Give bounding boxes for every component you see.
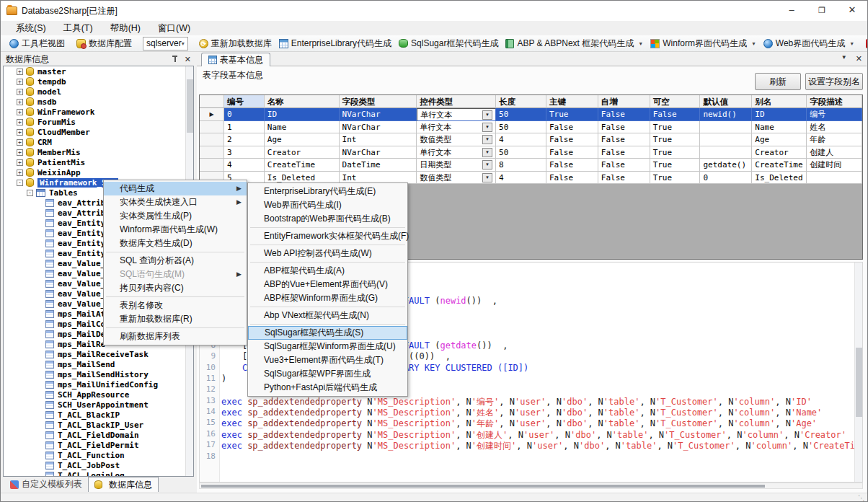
expander-plus-icon[interactable]: + — [17, 139, 23, 146]
close-button[interactable]: ✕ — [837, 1, 867, 21]
grid-cell[interactable]: True — [650, 121, 701, 134]
sidebar-item-table[interactable]: T_ACL_FieldDomain — [4, 430, 193, 440]
expander-minus-icon[interactable]: - — [17, 180, 23, 186]
sidebar-close-icon[interactable]: ✕ — [185, 56, 191, 63]
menubar-item[interactable]: 工具(T) — [56, 22, 101, 35]
grid-corner-cell[interactable] — [200, 95, 224, 108]
grid-cell[interactable]: False — [598, 108, 650, 121]
grid-cell[interactable]: 姓名 — [807, 121, 862, 134]
grid-cell[interactable] — [700, 146, 752, 159]
context-menu-item[interactable]: 数据库文档生成(D) — [104, 237, 247, 250]
grid-cell[interactable]: True — [650, 172, 701, 185]
maximize-button[interactable]: ❐ — [807, 1, 837, 21]
submenu-item[interactable]: Bootstrap的Web界面代码生成(B) — [248, 212, 407, 226]
grid-cell[interactable]: 0 — [700, 172, 752, 185]
grid-cell[interactable]: False — [546, 172, 598, 185]
grid-cell[interactable]: CreateTime — [265, 159, 340, 172]
sidebar-item-database[interactable]: +WinFramework — [4, 107, 193, 117]
grid-cell[interactable]: False — [598, 133, 650, 146]
grid-cell[interactable]: 50 — [496, 108, 546, 121]
expander-plus-icon[interactable]: + — [17, 129, 23, 136]
refresh-button[interactable]: 刷新 — [755, 73, 801, 90]
toolbar-view-button[interactable]: 工具栏视图 — [6, 36, 68, 51]
expander-plus-icon[interactable]: + — [17, 159, 23, 166]
sql-horizontal-scrollbar[interactable] — [199, 483, 863, 489]
expander-plus-icon[interactable]: + — [17, 119, 23, 126]
context-menu-item[interactable]: 代码生成▶ — [104, 182, 247, 195]
grid-cell[interactable]: Int — [340, 133, 417, 146]
sqlsugar-gen-button[interactable]: SqlSugar框架代码生成 — [395, 36, 502, 51]
menubar-item[interactable]: 窗口(W) — [150, 22, 198, 35]
expander-plus-icon[interactable]: + — [17, 89, 23, 95]
context-menu-item[interactable]: SQL语句生成(M)▶ — [104, 268, 247, 281]
grid-cell[interactable]: NVarChar — [340, 146, 417, 159]
expander-plus-icon[interactable]: + — [17, 99, 23, 105]
grid-cell[interactable]: getdate() — [700, 159, 752, 172]
resize-grip[interactable]: ⋱ — [858, 495, 865, 502]
submenu-item[interactable]: SqlSugar框架Winform界面生成(U) — [248, 340, 407, 353]
grid-cell[interactable]: 创建人 — [807, 146, 862, 159]
grid-cell[interactable]: NVarChar — [340, 108, 417, 121]
grid-cell[interactable]: True — [546, 108, 598, 121]
grid-cell[interactable]: True — [650, 146, 701, 159]
submenu-item[interactable]: Abp VNext框架代码生成(N) — [248, 309, 407, 322]
grid-row-header[interactable] — [200, 133, 224, 146]
grid-column-header[interactable]: 控件类型 — [417, 95, 496, 108]
doc-close-icon[interactable]: ✕ — [856, 54, 862, 63]
submenu-item[interactable]: ABP的Vue+Element界面代码(V) — [248, 278, 407, 291]
grid-cell[interactable]: False — [598, 172, 650, 185]
context-menu-item[interactable]: 表别名修改 — [104, 299, 247, 312]
grid-cell[interactable]: False — [546, 146, 598, 159]
expander-plus-icon[interactable]: + — [17, 109, 23, 115]
grid-cell[interactable]: 年龄 — [807, 133, 862, 146]
submenu-item[interactable]: ABP框架Winform界面生成(G) — [248, 291, 407, 305]
table-row[interactable]: 1NameNVarChar单行文本▼50FalseFalseTrueName姓名 — [200, 121, 862, 134]
sidebar-item-database[interactable]: +tempdb — [4, 76, 193, 87]
context-menu-item[interactable]: 重新加载数据库(R) — [104, 312, 247, 326]
exit-button[interactable]: ×退出 — [862, 36, 868, 51]
grid-cell[interactable]: Is_Deleted — [752, 172, 807, 185]
tab-table-info[interactable]: 表基本信息 — [201, 53, 270, 66]
submenu-item[interactable]: SqlSugar框架WPF界面生成 — [248, 367, 407, 381]
enterpriselibrary-gen-button[interactable]: EnterpriseLibrary代码生成 — [275, 36, 395, 51]
grid-column-header[interactable]: 主键 — [546, 95, 598, 108]
grid-cell[interactable]: 4 — [496, 133, 546, 146]
grid-cell[interactable]: 单行文本▼ — [417, 108, 496, 121]
grid-cell[interactable]: NVarChar — [340, 121, 417, 134]
grid-column-header[interactable]: 默认值 — [700, 95, 752, 108]
grid-cell[interactable]: CreateTime — [752, 159, 807, 172]
grid-column-header[interactable]: 字段类型 — [340, 95, 417, 108]
grid-cell[interactable]: DateTime — [340, 159, 417, 172]
expander-minus-icon[interactable]: - — [27, 190, 33, 196]
set-field-alias-button[interactable]: 设置字段别名 — [805, 73, 863, 90]
context-menu-item[interactable]: Winform界面代码生成(W) — [104, 223, 247, 237]
submenu-item[interactable]: Web API控制器代码生成(W) — [248, 247, 407, 260]
table-row[interactable]: 4CreateTimeDateTime日期类型▼8FalseFalseTrueg… — [200, 159, 862, 172]
grid-cell[interactable]: ID — [265, 108, 340, 121]
grid-cell[interactable]: 日期类型▼ — [417, 159, 496, 172]
grid-cell[interactable]: Age — [265, 133, 340, 146]
submenu-item[interactable]: Python+FastApi后端代码生成 — [248, 381, 407, 395]
sidebar-item-database[interactable]: +CRM — [4, 137, 193, 147]
sidebar-item-table[interactable]: mps_MailSend — [4, 359, 193, 369]
table-row[interactable]: ▶0IDNVarChar单行文本▼50TrueFalseFalsenewid()… — [200, 108, 862, 121]
sidebar-item-table[interactable]: T_ACL_Function — [4, 450, 193, 460]
grid-cell[interactable]: 4 — [496, 172, 546, 185]
grid-cell[interactable]: 50 — [496, 121, 546, 134]
sidebar-item-table[interactable]: SCH_UserAppointment — [4, 400, 193, 410]
table-row[interactable]: 3CreatorNVarChar单行文本▼50FalseFalseTrueCre… — [200, 146, 862, 159]
grid-cell[interactable]: False — [598, 159, 650, 172]
grid-cell[interactable]: 3 — [224, 146, 265, 159]
server-select[interactable]: sqlserver▾ — [143, 37, 188, 50]
grid-cell[interactable]: 50 — [496, 146, 546, 159]
grid-column-header[interactable]: 自增 — [598, 95, 650, 108]
grid-cell[interactable]: False — [546, 133, 598, 146]
grid-cell[interactable]: 8 — [496, 159, 546, 172]
submenu-item[interactable]: SqlSugar框架代码生成(S) — [248, 326, 407, 340]
sidebar-item-table[interactable]: mps_MailSendHistory — [4, 369, 193, 379]
web-gen-button[interactable]: Web界面代码生成▼ — [760, 36, 858, 51]
grid-cell[interactable]: Name — [752, 121, 807, 134]
grid-column-header[interactable]: 长度 — [496, 95, 546, 108]
dropdown-button-icon[interactable]: ▼ — [482, 123, 492, 132]
sidebar-item-database[interactable]: +MemberMis — [4, 147, 193, 157]
